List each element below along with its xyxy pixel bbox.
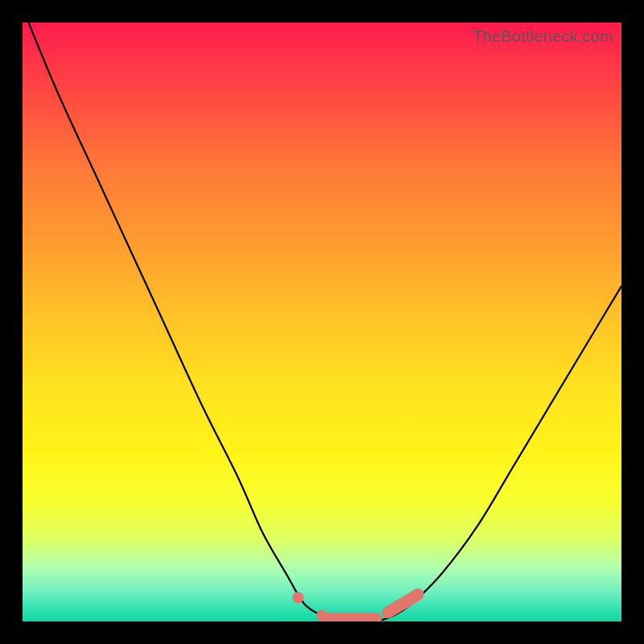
bottleneck-curve (28, 23, 621, 621)
marker-group (292, 592, 418, 621)
chart-svg (23, 23, 621, 621)
plot-area: TheBottleneck.com (23, 23, 621, 621)
chart-frame: TheBottleneck.com (0, 0, 644, 644)
marker-dot (292, 592, 303, 603)
marker-pill (388, 595, 418, 613)
